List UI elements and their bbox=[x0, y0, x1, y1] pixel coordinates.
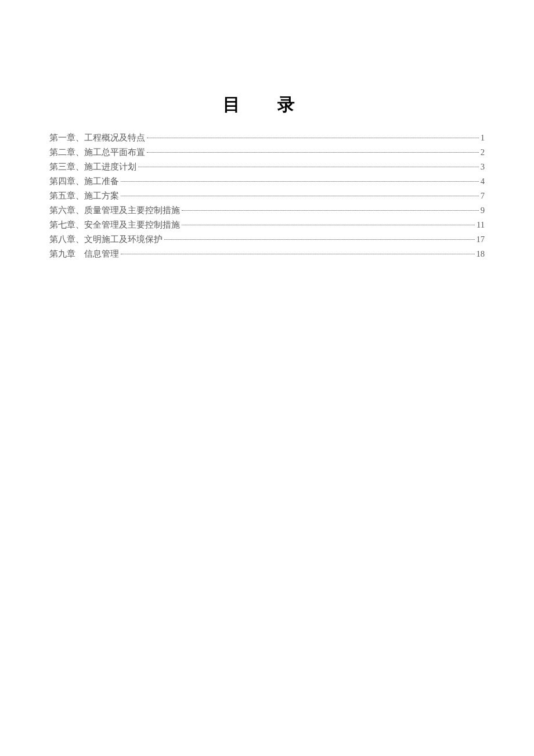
toc-entry-label: 第六章、质量管理及主要控制措施 bbox=[49, 203, 180, 218]
document-page: 目 录 第一章、工程概况及特点 1 第二章、施工总平面布置 2 第三章、施工进度… bbox=[0, 0, 534, 261]
toc-entry-label: 第九章 信息管理 bbox=[49, 247, 119, 261]
toc-entry-page: 17 bbox=[477, 232, 485, 247]
toc-dots bbox=[182, 210, 479, 211]
toc-dots bbox=[147, 138, 479, 138]
toc-entry-label: 第五章、施工方案 bbox=[49, 189, 119, 203]
toc-entry-page: 4 bbox=[481, 174, 485, 189]
toc-entry: 第二章、施工总平面布置 2 bbox=[49, 145, 485, 160]
table-of-contents: 第一章、工程概况及特点 1 第二章、施工总平面布置 2 第三章、施工进度计划 3… bbox=[49, 131, 485, 261]
toc-entry-page: 3 bbox=[481, 160, 485, 174]
toc-entry-label: 第八章、文明施工及环境保护 bbox=[49, 232, 163, 247]
toc-dots bbox=[147, 152, 479, 153]
toc-entry: 第四章、施工准备 4 bbox=[49, 174, 485, 189]
toc-entry-label: 第一章、工程概况及特点 bbox=[49, 131, 145, 145]
toc-dots bbox=[182, 225, 475, 225]
toc-entry-page: 11 bbox=[477, 218, 485, 232]
toc-entry: 第一章、工程概况及特点 1 bbox=[49, 131, 485, 145]
toc-dots bbox=[121, 181, 479, 182]
toc-entry: 第三章、施工进度计划 3 bbox=[49, 160, 485, 174]
toc-dots bbox=[138, 167, 479, 167]
toc-title: 目 录 bbox=[49, 93, 485, 117]
toc-dots bbox=[164, 239, 475, 240]
toc-entry: 第七章、安全管理及主要控制措施 11 bbox=[49, 218, 485, 232]
toc-entry: 第五章、施工方案 7 bbox=[49, 189, 485, 203]
toc-entry-page: 2 bbox=[481, 145, 485, 160]
toc-entry-page: 9 bbox=[481, 203, 485, 218]
toc-entry: 第九章 信息管理 18 bbox=[49, 247, 485, 261]
toc-dots bbox=[121, 254, 475, 254]
toc-entry: 第六章、质量管理及主要控制措施 9 bbox=[49, 203, 485, 218]
toc-entry: 第八章、文明施工及环境保护 17 bbox=[49, 232, 485, 247]
toc-dots bbox=[121, 196, 479, 196]
toc-entry-page: 7 bbox=[481, 189, 485, 203]
toc-entry-label: 第四章、施工准备 bbox=[49, 174, 119, 189]
toc-entry-page: 18 bbox=[477, 247, 485, 261]
toc-entry-label: 第二章、施工总平面布置 bbox=[49, 145, 145, 160]
toc-entry-label: 第七章、安全管理及主要控制措施 bbox=[49, 218, 180, 232]
toc-entry-page: 1 bbox=[481, 131, 485, 145]
toc-entry-label: 第三章、施工进度计划 bbox=[49, 160, 136, 174]
